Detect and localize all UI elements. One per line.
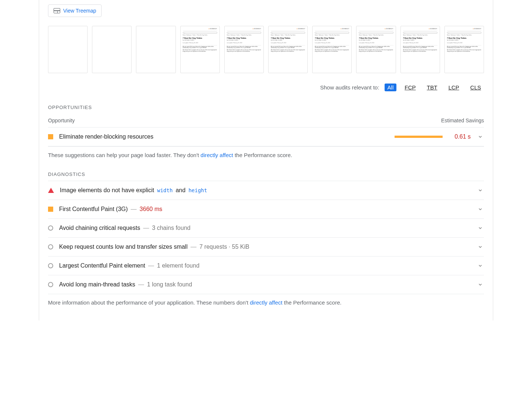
chevron-down-icon [477,188,484,193]
diagnostic-title: Largest Contentful Paint element — 1 ele… [59,262,471,269]
filmstrip-frame[interactable]: DOMEGYHome › Bathroom › Toilets › 7 Best… [224,26,264,73]
filter-lcp[interactable]: LCP [446,84,462,91]
diagnostic-row[interactable]: Avoid chaining critical requests — 3 cha… [48,218,484,237]
diagnostic-title: Avoid chaining critical requests — 3 cha… [59,225,471,231]
view-treemap-label: View Treemap [63,8,96,14]
chevron-down-icon [477,263,484,268]
diagnostic-title: First Contentful Paint (3G) — 3660 ms [59,206,471,213]
diagnostic-title: Image elements do not have explicit widt… [60,187,471,194]
diagnostic-title: Keep request counts low and transfer siz… [59,244,471,250]
filmstrip: DOMEGYHome › Bathroom › Toilets › 7 Best… [48,26,484,73]
opportunities-heading: OPPORTUNITIES [48,105,484,110]
filmstrip-frame[interactable]: DOMEGYHome › Bathroom › Toilets › 7 Best… [180,26,220,73]
chevron-down-icon [477,244,484,249]
filmstrip-frame[interactable]: DOMEGYHome › Bathroom › Toilets › 7 Best… [444,26,484,73]
filmstrip-frame[interactable] [48,26,88,73]
diagnostics-heading: DIAGNOSTICS [48,171,484,177]
chevron-down-icon [477,225,484,231]
savings-bar [395,136,443,138]
filter-cls[interactable]: CLS [467,84,484,91]
chevron-down-icon [477,134,484,139]
audit-filters: Show audits relevant to: All FCP TBT LCP… [48,84,484,91]
info-circle-icon [48,282,53,287]
diagnostics-note: More information about the performance o… [48,299,484,306]
filmstrip-frame[interactable]: DOMEGYHome › Bathroom › Toilets › 7 Best… [268,26,308,73]
filters-label: Show audits relevant to: [320,84,379,91]
view-treemap-button[interactable]: View Treemap [48,4,102,17]
opportunities-note: These suggestions can help your page loa… [48,152,484,158]
treemap-icon [54,8,60,13]
opportunity-col-label: Opportunity [48,118,75,123]
diagnostic-title: Avoid long main-thread tasks — 1 long ta… [59,281,471,288]
savings-col-label: Estimated Savings [441,118,484,123]
savings-value: 0.61 s [449,133,471,140]
opportunity-title: Eliminate render-blocking resources [59,133,389,140]
filmstrip-frame[interactable]: DOMEGYHome › Bathroom › Toilets › 7 Best… [312,26,352,73]
opportunities-columns: Opportunity Estimated Savings [48,114,484,127]
info-circle-icon [48,263,53,268]
diagnostic-row[interactable]: Avoid long main-thread tasks — 1 long ta… [48,275,484,294]
warning-square-icon [48,207,53,212]
directly-affect-link-2[interactable]: directly affect [250,299,282,306]
filmstrip-frame[interactable] [136,26,175,73]
filmstrip-frame[interactable]: DOMEGYHome › Bathroom › Toilets › 7 Best… [356,26,396,73]
diagnostic-row[interactable]: First Contentful Paint (3G) — 3660 ms [48,200,484,218]
filter-fcp[interactable]: FCP [402,84,419,91]
info-circle-icon [48,225,53,231]
directly-affect-link[interactable]: directly affect [201,152,233,158]
warning-square-icon [48,134,53,139]
diagnostic-row[interactable]: Largest Contentful Paint element — 1 ele… [48,256,484,275]
filter-all[interactable]: All [385,84,397,91]
chevron-down-icon [477,207,484,212]
diagnostic-row[interactable]: Image elements do not have explicit widt… [48,181,484,200]
error-triangle-icon [48,188,54,193]
filmstrip-frame[interactable] [92,26,132,73]
diagnostic-row[interactable]: Keep request counts low and transfer siz… [48,237,484,256]
filmstrip-frame[interactable]: DOMEGYHome › Bathroom › Toilets › 7 Best… [400,26,440,73]
opportunity-row[interactable]: Eliminate render-blocking resources 0.61… [48,127,484,146]
info-circle-icon [48,244,53,249]
filter-tbt[interactable]: TBT [424,84,440,91]
chevron-down-icon [477,282,484,287]
